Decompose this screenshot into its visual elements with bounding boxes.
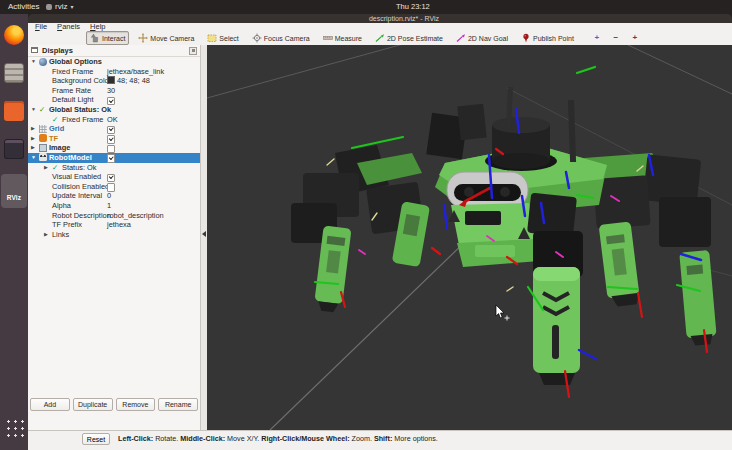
collapse-panel-arrow-icon[interactable]	[202, 231, 206, 237]
title-bar[interactable]: description.rviz* - RViz	[28, 14, 732, 23]
panel-close-icon[interactable]	[189, 47, 197, 55]
tool-label: 2D Nav Goal	[468, 35, 508, 42]
render-scene	[207, 45, 732, 430]
expander-closed-icon[interactable]: ▶	[31, 143, 39, 153]
add-tool-plus-icon[interactable]: +	[592, 33, 602, 43]
tree-row-label: TF Prefix	[52, 220, 82, 229]
expander-closed-icon[interactable]: ▶	[44, 230, 52, 240]
system-top-bar: Activities rviz ▾ Thu 23:12	[0, 0, 732, 14]
expander-open-icon[interactable]: ▼	[31, 153, 39, 163]
displays-tree: ▼Global OptionsFixed Framejethexa/base_l…	[28, 57, 200, 239]
tool-2d-pose-estimate[interactable]: 2D Pose Estimate	[371, 31, 447, 45]
status-ok-check-icon: ✓	[52, 115, 60, 125]
publish-point-pin-icon	[521, 33, 531, 43]
tree-row-tf-prefix[interactable]: TF Prefixjethexa	[28, 220, 200, 230]
duplicate-button[interactable]: Duplicate	[73, 398, 113, 411]
tree-row-value: 1	[107, 201, 111, 211]
checkbox-robotmodel[interactable]	[107, 154, 115, 162]
tree-row-fixed-frame[interactable]: ✓Fixed FrameOK	[28, 115, 200, 125]
tree-row-background-color[interactable]: Background Color48; 48; 48	[28, 76, 200, 86]
tree-row-label: Fixed Frame	[62, 115, 103, 124]
checkbox-image[interactable]	[107, 145, 115, 153]
tree-row-value: robot_description	[107, 211, 164, 221]
tree-row-label: Frame Rate	[52, 86, 91, 95]
rviz-icon	[4, 182, 24, 194]
tree-row-label: Links	[52, 230, 69, 239]
tree-row-grid[interactable]: ▶Grid	[28, 124, 200, 134]
dock-app-grid-icon[interactable]	[1, 414, 27, 440]
tree-row-label: RobotModel	[49, 153, 92, 162]
tree-row-label: Global Options	[49, 57, 102, 66]
menu-file[interactable]: File	[30, 23, 52, 32]
status-ok-check-icon: ✓	[39, 105, 47, 115]
tree-row-robot-description[interactable]: Robot Descriptionrobot_description	[28, 211, 200, 221]
tool-label: Focus Camera	[264, 35, 310, 42]
menu-help[interactable]: Help	[85, 23, 110, 32]
tool-publish-point[interactable]: Publish Point	[517, 31, 578, 45]
tool-2d-nav-goal[interactable]: 2D Nav Goal	[452, 31, 512, 45]
tree-row-alpha[interactable]: Alpha1	[28, 201, 200, 211]
tree-row-label: Collision Enabled	[52, 182, 109, 191]
activities-button[interactable]: Activities	[8, 0, 40, 14]
app-menu[interactable]: rviz ▾	[46, 0, 73, 14]
app-menu-label: rviz	[55, 0, 67, 14]
expander-closed-icon[interactable]: ▶	[31, 134, 39, 144]
tree-row-update-interval[interactable]: Update Interval0	[28, 191, 200, 201]
tree-row-robotmodel[interactable]: ▼RobotModel	[28, 153, 200, 163]
add-panel-plus-icon[interactable]: +	[630, 33, 640, 43]
render-view[interactable]	[207, 45, 732, 430]
rename-button[interactable]: Rename	[158, 398, 198, 411]
tool-label: Measure	[335, 35, 362, 42]
tool-select[interactable]: Select	[203, 31, 242, 45]
tree-row-label: Visual Enabled	[52, 172, 101, 181]
tree-row-image[interactable]: ▶Image	[28, 143, 200, 153]
dock-rviz-icon[interactable]: RViz	[1, 174, 27, 208]
remove-button[interactable]: Remove	[116, 398, 156, 411]
tool-focus-camera[interactable]: Focus Camera	[248, 31, 314, 45]
dock-files-icon[interactable]	[1, 60, 27, 86]
tool-interact[interactable]: Interact	[86, 31, 129, 45]
displays-panel-title: Displays	[42, 45, 73, 56]
image-icon	[39, 144, 47, 152]
tree-row-fixed-frame[interactable]: Fixed Framejethexa/base_link	[28, 67, 200, 77]
checkbox-collision-enabled[interactable]	[107, 183, 115, 191]
tree-row-global-status-ok[interactable]: ▼✓Global Status: Ok	[28, 105, 200, 115]
tree-row-links[interactable]: ▶Links	[28, 230, 200, 240]
add-button[interactable]: Add	[30, 398, 70, 411]
tool-label: Publish Point	[533, 35, 574, 42]
checkbox-visual-enabled[interactable]	[107, 174, 115, 182]
tree-row-tf[interactable]: ▶TF	[28, 134, 200, 144]
reset-button[interactable]: Reset	[82, 433, 110, 445]
move-camera-icon	[138, 33, 148, 43]
dock-firefox-icon[interactable]	[1, 22, 27, 48]
menubar: FilePanelsHelp	[28, 23, 732, 32]
panel-splitter[interactable]	[200, 45, 207, 430]
tree-row-global-options[interactable]: ▼Global Options	[28, 57, 200, 67]
select-box-icon	[207, 33, 217, 43]
checkbox-default-light[interactable]	[107, 97, 115, 105]
status-help-text: Left-Click: Rotate. Middle-Click: Move X…	[118, 431, 438, 446]
expander-open-icon[interactable]: ▼	[31, 105, 39, 115]
dock-terminal-icon[interactable]	[1, 136, 27, 162]
tree-row-label: Global Status: Ok	[49, 105, 111, 114]
checkbox-grid[interactable]	[107, 126, 115, 134]
remove-tool-minus-icon[interactable]: −	[611, 33, 621, 43]
tree-row-visual-enabled[interactable]: Visual Enabled	[28, 172, 200, 182]
tree-row-status-ok[interactable]: ▶✓Status: Ok	[28, 163, 200, 173]
tree-row-frame-rate[interactable]: Frame Rate30	[28, 86, 200, 96]
tool-move-camera[interactable]: Move Camera	[134, 31, 198, 45]
menu-panels[interactable]: Panels	[52, 23, 85, 32]
expander-closed-icon[interactable]: ▶	[44, 163, 52, 173]
expander-open-icon[interactable]: ▼	[31, 57, 39, 67]
tree-row-default-light[interactable]: Default Light	[28, 95, 200, 105]
clock[interactable]: Thu 23:12	[396, 0, 430, 14]
tool-measure[interactable]: Measure	[319, 31, 366, 45]
dock-ubuntu-software-icon[interactable]	[1, 98, 27, 124]
tree-row-collision-enabled[interactable]: Collision Enabled	[28, 182, 200, 192]
robot-model-mesh	[291, 87, 717, 385]
checkbox-tf[interactable]	[107, 135, 115, 143]
displays-panel-header[interactable]: Displays	[28, 45, 200, 57]
robot-model-icon	[39, 153, 47, 161]
tool-label: Select	[219, 35, 238, 42]
expander-closed-icon[interactable]: ▶	[31, 124, 39, 134]
